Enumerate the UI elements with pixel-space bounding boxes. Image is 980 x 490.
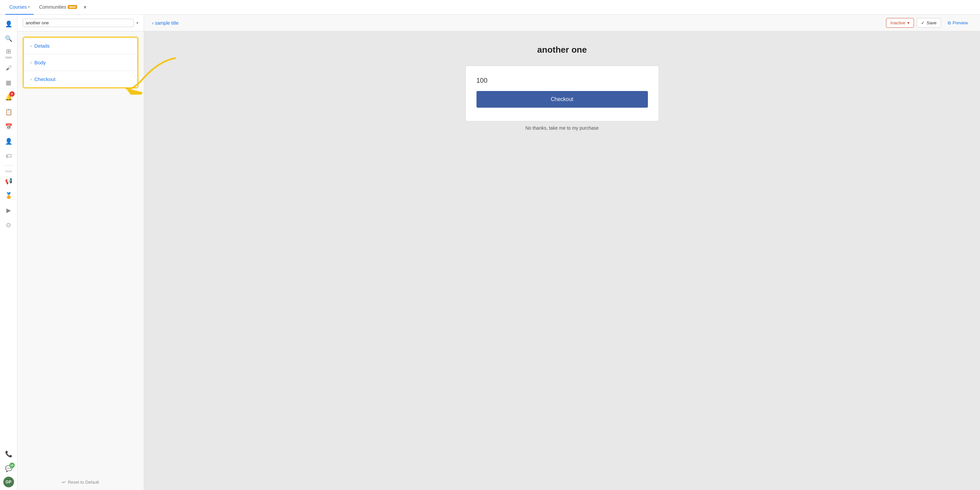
menu-item-checkout[interactable]: › Checkout bbox=[24, 71, 137, 88]
sidebar-circle-icon[interactable]: ⊙ bbox=[2, 218, 15, 232]
communities-new-badge: New bbox=[68, 5, 77, 9]
nav-tabs: Courses ▾ Communities New ▾ bbox=[5, 0, 88, 15]
save-check-icon: ✓ bbox=[921, 20, 925, 25]
icon-sidebar: 👤 🔍 ⊞ Apps 🖌 ▦ 🔔 0 📋 📅 👤 🏷 bbox=[0, 15, 18, 490]
panel-header: another one ▾ bbox=[18, 15, 144, 31]
sidebar-person-icon[interactable]: 👤 bbox=[2, 18, 15, 31]
price-display: 100 bbox=[477, 77, 648, 84]
menu-item-body[interactable]: › Body bbox=[24, 54, 137, 71]
tools-section-label: Tools bbox=[5, 170, 12, 173]
inactive-chevron-icon: ▾ bbox=[907, 20, 910, 25]
checkout-card: 100 Checkout bbox=[466, 66, 659, 121]
more-button[interactable]: ▾ bbox=[82, 3, 88, 12]
sidebar-phone-icon[interactable]: 📞 bbox=[2, 447, 15, 461]
communities-label: Communities bbox=[39, 4, 66, 10]
menu-item-details[interactable]: › Details bbox=[24, 38, 137, 54]
sidebar-search-icon[interactable]: 🔍 bbox=[2, 32, 15, 45]
sidebar-grid-icon[interactable]: ▦ bbox=[2, 76, 15, 89]
breadcrumb-label: sample title bbox=[155, 20, 179, 25]
tab-communities[interactable]: Communities New bbox=[35, 0, 81, 15]
sidebar-brush-icon[interactable]: 🖌 bbox=[2, 61, 15, 75]
inactive-label: Inactive bbox=[890, 20, 905, 25]
courses-chevron: ▾ bbox=[28, 5, 30, 9]
sidebar-user-icon[interactable]: 👤 bbox=[2, 135, 15, 148]
sidebar-apps-icon[interactable]: ⊞ Apps bbox=[2, 47, 15, 60]
avatar-initials: GP bbox=[6, 480, 11, 484]
reset-arrow-icon: ↩ bbox=[62, 480, 66, 485]
sidebar-badge-icon[interactable]: 🏅 bbox=[2, 189, 15, 202]
checkout-chevron-icon: › bbox=[30, 77, 32, 82]
inactive-status-button[interactable]: Inactive ▾ bbox=[886, 18, 914, 28]
content-header: ‹ sample title Inactive ▾ ✓ Save ⧉ Previ… bbox=[144, 15, 980, 31]
checkout-button[interactable]: Checkout bbox=[477, 91, 648, 108]
body-label: Body bbox=[34, 60, 46, 65]
preview-external-icon: ⧉ bbox=[948, 20, 951, 25]
alert-badge: 0 bbox=[10, 91, 15, 97]
sidebar-clipboard-icon[interactable]: 📋 bbox=[2, 105, 15, 119]
save-label: Save bbox=[927, 20, 937, 25]
panel-sidebar: another one ▾ › Details › Body › Checkou… bbox=[18, 15, 144, 490]
course-selector[interactable]: another one bbox=[23, 19, 134, 27]
main-layout: 👤 🔍 ⊞ Apps 🖌 ▦ 🔔 0 📋 📅 👤 🏷 bbox=[0, 15, 980, 490]
checkout-label: Checkout bbox=[34, 76, 55, 82]
details-chevron-icon: › bbox=[30, 44, 32, 48]
preview-button[interactable]: ⧉ Preview bbox=[943, 18, 972, 28]
user-avatar[interactable]: GP bbox=[3, 477, 14, 487]
sidebar-alert-icon[interactable]: 🔔 0 bbox=[2, 91, 15, 104]
top-navigation: Courses ▾ Communities New ▾ bbox=[0, 0, 980, 15]
page-preview: another one 100 Checkout No thanks, take… bbox=[144, 31, 980, 490]
preview-label: Preview bbox=[953, 20, 968, 25]
menu-items-panel: › Details › Body › Checkout bbox=[23, 37, 138, 88]
tab-courses[interactable]: Courses ▾ bbox=[5, 0, 34, 15]
sidebar-video-icon[interactable]: ▶ bbox=[2, 204, 15, 217]
apps-label: Apps bbox=[5, 56, 12, 59]
main-content: ‹ sample title Inactive ▾ ✓ Save ⧉ Previ… bbox=[144, 15, 980, 490]
breadcrumb[interactable]: ‹ sample title bbox=[152, 20, 178, 25]
body-chevron-icon: › bbox=[30, 60, 32, 65]
selector-chevron-icon: ▾ bbox=[136, 21, 138, 25]
courses-label: Courses bbox=[10, 4, 27, 10]
breadcrumb-back-icon: ‹ bbox=[152, 20, 154, 25]
reset-label: Reset to Default bbox=[68, 480, 99, 485]
header-actions: Inactive ▾ ✓ Save ⧉ Preview bbox=[886, 18, 972, 28]
notification-count-badge: 15 bbox=[10, 463, 15, 468]
reset-to-default-button[interactable]: ↩ Reset to Default bbox=[62, 480, 99, 485]
sidebar-calendar-icon[interactable]: 📅 bbox=[2, 120, 15, 133]
no-thanks-link[interactable]: No thanks, take me to my purchase bbox=[525, 125, 598, 130]
details-label: Details bbox=[34, 43, 50, 49]
sidebar-tag-icon[interactable]: 🏷 bbox=[2, 150, 15, 163]
sidebar-bell-notification-icon[interactable]: 💬 15 bbox=[2, 462, 15, 475]
save-button[interactable]: ✓ Save bbox=[916, 18, 941, 28]
page-title: another one bbox=[537, 45, 587, 55]
sidebar-megaphone-icon[interactable]: 📢 bbox=[2, 174, 15, 188]
